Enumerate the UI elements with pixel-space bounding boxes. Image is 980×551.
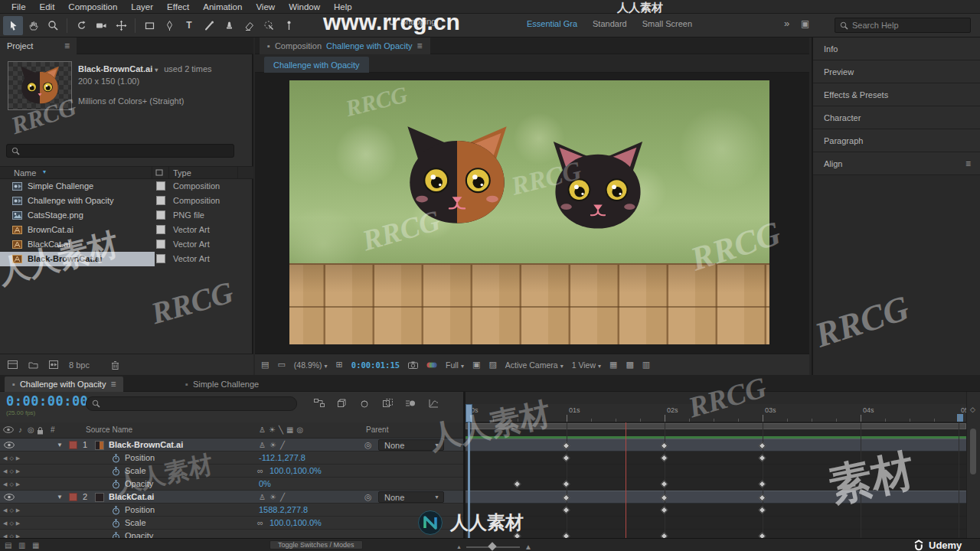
property-value[interactable]: 1588.2,277.8 <box>259 504 308 517</box>
region-of-interest-icon[interactable]: ▣ <box>472 360 480 370</box>
timeline-button-icon[interactable]: ▥ <box>642 360 650 370</box>
eraser-tool[interactable] <box>239 16 259 35</box>
label-chip[interactable] <box>156 225 165 234</box>
menu-help[interactable]: Help <box>327 2 359 11</box>
resolution-dropdown[interactable]: Full▾ <box>446 360 464 370</box>
shape-tool[interactable] <box>139 16 159 35</box>
pen-tool[interactable] <box>159 16 179 35</box>
new-composition-icon[interactable] <box>49 360 58 369</box>
zoom-slider-thumb[interactable] <box>488 542 496 550</box>
layer-duration-bar[interactable] <box>466 491 966 504</box>
project-item-row[interactable]: Simple Challenge Composition <box>0 179 253 194</box>
keyframe-navigator[interactable]: ◀◇▶ <box>3 517 22 530</box>
workspace-overflow-chevrons[interactable]: » <box>784 18 789 29</box>
tab-info[interactable]: Info <box>813 37 980 60</box>
pickwhip-icon[interactable]: ◎ <box>364 439 372 452</box>
graph-editor-icon[interactable] <box>429 399 439 408</box>
puppet-pin-tool[interactable] <box>279 16 299 35</box>
layer-switches[interactable]: ♙☀╱ <box>259 491 289 504</box>
keyframe-diamond[interactable] <box>514 481 521 488</box>
zoom-out-mountain-icon[interactable]: ▲ <box>456 544 462 549</box>
label-chip[interactable] <box>69 493 77 501</box>
stopwatch-icon[interactable] <box>112 506 120 515</box>
keyframe-navigator[interactable]: ◀◇▶ <box>3 478 22 491</box>
camera-view-dropdown[interactable]: Active Camera▾ <box>505 360 564 370</box>
keyframe-navigator[interactable]: ◀◇▶ <box>3 504 22 517</box>
menu-view[interactable]: View <box>249 2 282 11</box>
help-search-field[interactable] <box>835 18 971 33</box>
tab-character[interactable]: Character <box>813 106 980 129</box>
frame-blend-icon[interactable] <box>383 399 393 408</box>
selected-footage-name[interactable]: Black-BrownCat.ai▾used 2 times <box>78 64 212 73</box>
keyframe-track-row[interactable] <box>466 517 966 530</box>
stopwatch-icon[interactable] <box>112 467 120 476</box>
property-value[interactable]: 0% <box>259 478 271 491</box>
expand-in-out-icon[interactable]: ▦ <box>32 541 39 549</box>
menu-layer[interactable]: Layer <box>124 2 160 11</box>
comp-mini-flowchart-icon[interactable] <box>314 399 325 407</box>
tab-effects-presets[interactable]: Effects & Presets <box>813 83 980 106</box>
keyframe-track-row[interactable] <box>466 504 966 517</box>
workspace-small-screen[interactable]: Small Screen <box>642 19 692 28</box>
timeline-property-row[interactable]: ◀◇▶ Scale ∞ 100.0,100.0% <box>0 517 463 530</box>
timeline-zoom-slider[interactable]: ▲ ▲ <box>456 543 532 551</box>
tab-composition-viewer[interactable]: Challenge with Opacity <box>264 57 369 73</box>
twirl-arrow-icon[interactable]: ▼ <box>57 439 63 452</box>
panel-menu-icon[interactable]: ≡ <box>110 379 116 390</box>
work-area-bar[interactable] <box>466 423 966 429</box>
keyframe-diamond[interactable] <box>661 507 668 514</box>
tab-composition-panel[interactable]: ▪ Composition Challenge with Opacity ≡ <box>260 37 430 54</box>
stopwatch-icon[interactable] <box>112 519 120 528</box>
transparency-grid-icon[interactable]: ▨ <box>488 360 496 370</box>
project-item-row[interactable]: BlackCat.ai Vector Art <box>0 237 253 252</box>
keyframe-diamond[interactable] <box>661 494 668 502</box>
keyframe-diamond[interactable] <box>759 494 766 502</box>
keyframe-tracks[interactable] <box>466 422 966 539</box>
menu-composition[interactable]: Composition <box>61 2 124 11</box>
keyframe-diamond[interactable] <box>661 481 668 488</box>
label-chip[interactable] <box>156 210 165 220</box>
label-chip[interactable] <box>156 240 165 249</box>
tab-timeline-inactive[interactable]: ▪ Simple Challenge <box>178 377 266 392</box>
menu-window[interactable]: Window <box>282 2 327 11</box>
hide-shy-layers-icon[interactable] <box>360 399 369 408</box>
keyframe-track-row[interactable] <box>466 465 966 478</box>
snapping-control[interactable]: Snapping <box>387 17 436 26</box>
panel-menu-icon[interactable]: ≡ <box>965 158 971 169</box>
timeline-column-header[interactable]: ♪ ◎ # Source Name ♙☀╲▦◎ Parent <box>0 422 463 439</box>
label-chip[interactable] <box>156 181 165 191</box>
tab-preview[interactable]: Preview <box>813 60 980 83</box>
link-dimensions-icon[interactable]: ∞ <box>257 465 263 478</box>
timeline-property-row[interactable]: ◀◇▶ Opacity 0% <box>0 478 463 491</box>
timeline-layer-row[interactable]: ▼ 1 Black-BrownCat.ai ♙☀╱ ◎ None▼ <box>0 439 463 452</box>
property-value[interactable]: 100.0,100.0% <box>270 465 322 478</box>
project-item-row[interactable]: CatsStage.png PNG file <box>0 208 253 223</box>
pickwhip-icon[interactable]: ◎ <box>364 491 372 504</box>
tab-timeline-active[interactable]: ▪ Challenge with Opacity ≡ <box>5 377 123 392</box>
layer-duration-bar[interactable] <box>466 439 966 452</box>
layer-name[interactable]: Black-BrownCat.ai <box>109 439 183 452</box>
property-value[interactable]: -112.1,277.8 <box>259 452 305 465</box>
fast-previews-icon[interactable]: ▩ <box>626 360 633 370</box>
show-channel-icon[interactable] <box>426 361 437 369</box>
keyframe-track-row[interactable] <box>466 452 966 465</box>
timeline-layer-row[interactable]: ▼ 2 BlackCat.ai ♙☀╱ ◎ None▼ <box>0 491 463 504</box>
workspace-essential-graphics[interactable]: Essential Gra <box>527 19 577 28</box>
stopwatch-icon[interactable] <box>112 480 120 489</box>
help-search-input[interactable] <box>852 21 965 30</box>
current-time-field[interactable]: 0:00:00:00 (25.00 fps) <box>6 393 88 416</box>
magnification-dropdown[interactable]: (48.9%)▾ <box>294 360 328 370</box>
keyframe-diamond[interactable] <box>759 481 766 488</box>
property-value[interactable]: 100.0,100.0% <box>270 517 322 530</box>
label-chip[interactable] <box>156 196 165 205</box>
menu-animation[interactable]: Animation <box>196 2 249 11</box>
project-list-header[interactable]: Name ▾ Type <box>0 166 253 179</box>
keyframe-diamond[interactable] <box>563 442 570 450</box>
manage-workspaces-icon[interactable]: ▣ <box>801 18 809 29</box>
time-ruler[interactable]: 0s01s02s03s04s05s <box>466 404 966 422</box>
composition-canvas[interactable] <box>289 80 769 344</box>
project-item-row-selected[interactable]: Black-BrownCat.ai Vector Art <box>0 252 253 266</box>
always-preview-icon[interactable]: ▤ <box>261 360 269 370</box>
keyframe-navigator[interactable]: ◀◇▶ <box>3 465 22 478</box>
panel-menu-icon[interactable]: ≡ <box>64 41 70 51</box>
